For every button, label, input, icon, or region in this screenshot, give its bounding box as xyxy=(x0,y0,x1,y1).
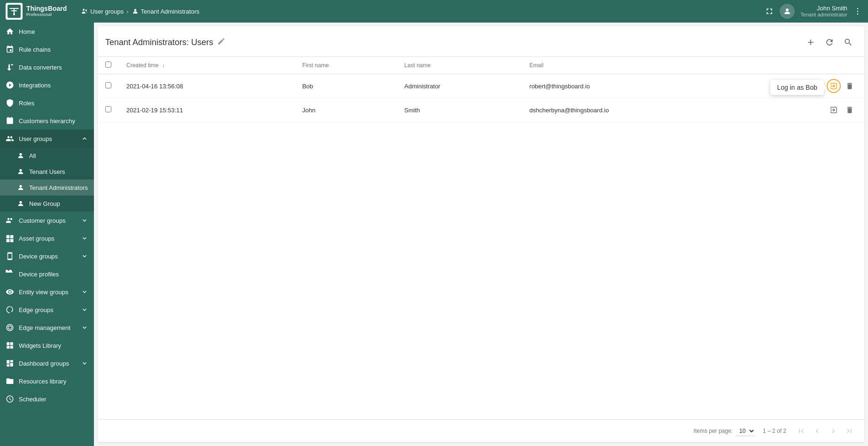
dashboard-icon xyxy=(6,359,14,368)
svg-point-10 xyxy=(19,169,22,172)
more-icon[interactable] xyxy=(853,7,862,16)
sidebar-item-resources-library[interactable]: Resources library xyxy=(0,372,94,390)
items-per-page-label: Items per page: xyxy=(694,428,733,434)
svg-point-3 xyxy=(85,9,87,11)
svg-point-7 xyxy=(857,11,859,12)
panel-footer: Items per page: 10 5 15 20 1 – 2 of 2 xyxy=(98,419,864,442)
col-first-name[interactable]: First name xyxy=(294,57,396,74)
pagination-first-button[interactable] xyxy=(794,423,809,438)
sidebar-item-data-converters[interactable]: Data converters xyxy=(0,58,94,76)
sidebar-sub-item-tenant-administrators[interactable]: Tenant Administrators xyxy=(0,180,94,196)
row2-checkbox-cell[interactable] xyxy=(98,98,119,122)
sidebar-sub-item-all[interactable]: All xyxy=(0,148,94,164)
edge-groups-icon xyxy=(6,305,14,314)
chevron-down-icon3 xyxy=(81,252,88,260)
sidebar-item-scheduler[interactable]: Scheduler xyxy=(0,390,94,408)
login-as-john-button[interactable] xyxy=(827,103,841,117)
users-table: Created time ↓ First name Last name Emai… xyxy=(98,57,864,122)
col-email[interactable]: Email xyxy=(522,57,754,74)
pagination-last-button[interactable] xyxy=(842,423,857,438)
login-as-bob-button[interactable] xyxy=(827,79,841,93)
delete-row2-button[interactable] xyxy=(843,103,857,117)
sidebar-sub-item-tenant-users[interactable]: Tenant Users xyxy=(0,164,94,180)
all-icon xyxy=(17,152,24,159)
sidebar-item-customer-groups[interactable]: Customer groups xyxy=(0,211,94,229)
row2-created-time: 2021-02-19 15:53:11 xyxy=(119,98,294,122)
sidebar-item-edge-management[interactable]: Edge management xyxy=(0,319,94,336)
breadcrumb-user-groups[interactable]: User groups xyxy=(81,8,124,15)
svg-point-6 xyxy=(857,8,859,9)
table-row: 2021-04-16 13:56:08 Bob Administrator ro… xyxy=(98,74,864,98)
row2-actions xyxy=(754,98,864,122)
svg-rect-15 xyxy=(7,239,10,243)
panel-actions xyxy=(802,34,857,51)
delete-row1-button[interactable] xyxy=(843,79,857,93)
sidebar-item-home[interactable]: Home xyxy=(0,23,94,40)
row1-email: robert@thingsboard.io xyxy=(522,74,754,98)
main-layout: Home Rule chains Data converters Integra… xyxy=(0,23,868,446)
panel-title: Tenant Administrators: Users xyxy=(105,37,225,48)
sidebar-item-integrations[interactable]: Integrations xyxy=(0,76,94,94)
widgets-icon xyxy=(6,341,14,350)
svg-point-11 xyxy=(19,185,22,188)
sidebar-sub-item-new-group[interactable]: New Group xyxy=(0,196,94,211)
login-icon xyxy=(829,82,838,90)
row2-email: dshcherbyna@thingsboard.io xyxy=(522,98,754,122)
sidebar-item-device-profiles[interactable]: Device profiles xyxy=(0,265,94,283)
new-group-icon xyxy=(17,200,24,207)
tenant-users-icon xyxy=(17,168,24,175)
row1-first-name: Bob xyxy=(294,74,396,98)
device-profiles-icon xyxy=(6,270,14,278)
chevron-up-icon xyxy=(81,135,88,142)
sidebar-item-widgets-library[interactable]: Widgets Library xyxy=(0,336,94,354)
topbar-right: John Smith Tenant administrator xyxy=(765,4,862,19)
svg-point-8 xyxy=(857,14,859,15)
topbar-left: ThingsBoard Professional User groups › T… xyxy=(6,3,200,20)
row1-action-buttons: Log in as Bob xyxy=(761,79,857,93)
resources-icon xyxy=(6,377,14,385)
col-last-name[interactable]: Last name xyxy=(397,57,522,74)
row1-checkbox[interactable] xyxy=(105,82,111,88)
edit-title-icon[interactable] xyxy=(217,37,225,48)
pagination-prev-button[interactable] xyxy=(810,423,825,438)
row1-actions: Log in as Bob xyxy=(754,74,864,98)
sidebar-item-customers-hierarchy[interactable]: Customers hierarchy xyxy=(0,112,94,130)
svg-rect-14 xyxy=(10,235,14,238)
chevron-down-icon6 xyxy=(81,324,88,331)
select-all-cell[interactable] xyxy=(98,57,119,74)
sort-icon: ↓ xyxy=(162,62,165,69)
login-as-bob-tooltip: Log in as Bob xyxy=(770,80,824,95)
breadcrumb: User groups › Tenant Administrators xyxy=(81,8,199,15)
add-button[interactable] xyxy=(802,34,819,51)
sidebar-item-rule-chains[interactable]: Rule chains xyxy=(0,40,94,58)
user-info: John Smith Tenant administrator xyxy=(800,5,847,18)
delete-icon xyxy=(845,82,854,90)
row2-first-name: John xyxy=(294,98,396,122)
sidebar-item-device-groups[interactable]: Device groups xyxy=(0,247,94,265)
items-per-page-select[interactable]: 10 5 15 20 xyxy=(736,426,755,436)
refresh-button[interactable] xyxy=(821,34,838,51)
row2-checkbox[interactable] xyxy=(105,106,111,112)
sidebar-item-edge-groups[interactable]: Edge groups xyxy=(0,301,94,319)
items-per-page: Items per page: 10 5 15 20 xyxy=(694,426,755,436)
select-all-checkbox[interactable] xyxy=(105,62,111,68)
sidebar-item-entity-view-groups[interactable]: Entity view groups xyxy=(0,283,94,301)
fullscreen-icon[interactable] xyxy=(765,7,774,16)
sidebar-item-user-groups[interactable]: User groups xyxy=(0,130,94,148)
row1-checkbox-cell[interactable] xyxy=(98,74,119,98)
sidebar-item-roles[interactable]: Roles xyxy=(0,94,94,112)
search-button[interactable] xyxy=(840,34,857,51)
edge-management-icon xyxy=(6,323,14,332)
sidebar-item-asset-groups[interactable]: Asset groups xyxy=(0,229,94,247)
pagination-range: 1 – 2 of 2 xyxy=(763,428,786,434)
sidebar-item-dashboard-groups[interactable]: Dashboard groups xyxy=(0,354,94,372)
breadcrumb-tenant-admin[interactable]: Tenant Administrators xyxy=(132,8,200,15)
svg-rect-16 xyxy=(10,239,14,243)
pagination-next-button[interactable] xyxy=(826,423,841,438)
asset-groups-icon xyxy=(6,234,14,243)
panel-title-text: Tenant Administrators: Users xyxy=(105,38,213,47)
col-created-time[interactable]: Created time ↓ xyxy=(119,57,294,74)
entity-view-icon xyxy=(6,288,14,296)
breadcrumb-sep: › xyxy=(126,8,128,15)
user-groups-icon xyxy=(6,134,14,143)
